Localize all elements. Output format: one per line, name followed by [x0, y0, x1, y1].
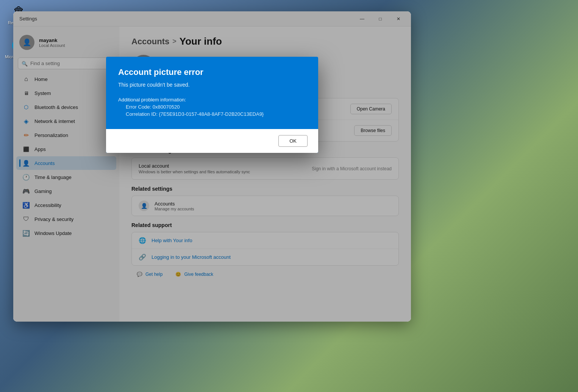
error-dialog-footer: OK [106, 129, 318, 153]
settings-window: Settings — □ ✕ 👤 mayank Local Account [13, 11, 411, 322]
ok-button[interactable]: OK [278, 135, 308, 147]
desktop: 🗑 Recycle Bin 🌐 Microsoft Edge Settings … [0, 0, 578, 392]
error-code-label: Error Code: 0x80070520 [118, 104, 306, 110]
error-dialog: Account picture error This picture could… [106, 57, 318, 153]
dialog-overlay: Account picture error This picture could… [13, 11, 411, 322]
error-additional-info: Additional problem information: [118, 97, 306, 103]
error-dialog-message: This picture couldn't be saved. [118, 82, 306, 88]
error-dialog-content: Account picture error This picture could… [106, 57, 318, 129]
error-dialog-title: Account picture error [118, 67, 306, 77]
error-correlation-label: Correlation ID: {7E5E91D3-0157-48A8-8AF7… [118, 111, 306, 117]
